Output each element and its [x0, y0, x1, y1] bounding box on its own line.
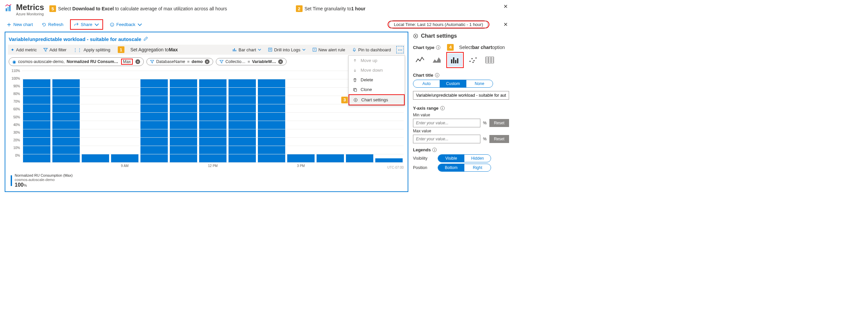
remove-metric-button[interactable]: ✕ [135, 59, 140, 64]
bar[interactable] [375, 158, 403, 163]
bar[interactable] [317, 154, 344, 162]
svg-rect-19 [455, 60, 456, 63]
info-icon[interactable]: i [440, 106, 445, 110]
hidden-option[interactable]: Hidden [464, 155, 491, 162]
panel-title: Chart settings [421, 33, 509, 39]
filter-icon [150, 60, 154, 64]
share-button[interactable]: Share [72, 21, 101, 28]
edit-title-button[interactable] [144, 36, 148, 42]
y-tick: 40% [13, 123, 20, 126]
y-tick: 80% [13, 92, 20, 96]
callout-text-2: Set Time granularity to 1 hour [305, 6, 366, 11]
bar[interactable] [346, 154, 373, 162]
svg-point-21 [469, 61, 471, 62]
svg-point-3 [111, 23, 114, 26]
callout-text-1: Set Aggregation to Max [130, 47, 178, 52]
time-range-pill[interactable]: Local Time: Last 12 hours (Automatic - 1… [389, 20, 488, 29]
type-line-button[interactable] [413, 53, 428, 67]
title-auto-option[interactable]: Auto [413, 80, 440, 87]
bar[interactable] [82, 154, 109, 162]
min-value-input[interactable] [413, 119, 480, 127]
x-tick: 9 AM [121, 164, 129, 168]
chart-type-dropdown[interactable]: Bar chart [231, 47, 262, 53]
bar[interactable] [111, 154, 138, 162]
type-area-button[interactable] [430, 53, 444, 67]
svg-point-4 [111, 24, 112, 24]
bar[interactable] [287, 154, 315, 162]
svg-rect-8 [236, 50, 236, 51]
svg-rect-26 [486, 57, 494, 63]
filter-database-pill[interactable]: DatabaseName = demo ✕ [147, 58, 213, 65]
chart-card: Variable/unpredictable workload - suitab… [5, 32, 408, 192]
chart-settings-panel: Chart settings Chart typei 4 Select bar … [413, 32, 509, 173]
info-icon[interactable]: i [436, 45, 440, 50]
add-metric-button[interactable]: ✦Add metric [9, 47, 38, 53]
settings-close-button[interactable]: ✕ [502, 20, 509, 29]
metrics-icon [5, 4, 13, 13]
new-alert-button[interactable]: New alert rule [311, 47, 347, 53]
y-tick: 20% [13, 138, 20, 142]
visibility-segmented[interactable]: Visible Hidden [438, 154, 491, 162]
y-tick: 30% [13, 130, 20, 134]
remove-filter2-button[interactable]: ✕ [278, 59, 283, 64]
pin-dashboard-button[interactable]: Pin to dashboard [350, 47, 392, 53]
more-actions-button[interactable]: ⋯ [396, 46, 404, 53]
menu-clone[interactable]: Clone [349, 85, 405, 94]
page-subtitle: Azure Monitoring [16, 12, 44, 16]
metric-pill[interactable]: ◉ cosmos-autoscale-demo, Normalized RU C… [9, 57, 144, 66]
x-tick: 12 PM [208, 164, 218, 168]
min-reset-button[interactable]: Reset [489, 119, 509, 127]
x-tick: 3 PM [297, 164, 305, 168]
callout-badge-2: 2 [296, 5, 303, 12]
apply-splitting-button[interactable]: ⋮⋮Apply splitting [72, 47, 112, 53]
title-mode-segmented[interactable]: Auto Custom None [413, 80, 493, 88]
position-segmented[interactable]: Bottom Right [438, 164, 491, 172]
bottom-option[interactable]: Bottom [438, 164, 464, 171]
menu-delete[interactable]: Delete [349, 75, 405, 85]
new-chart-button[interactable]: New chart [5, 21, 35, 28]
svg-rect-20 [457, 58, 458, 63]
type-bar-button[interactable] [448, 53, 462, 67]
y-tick: 10% [13, 146, 20, 149]
svg-point-23 [473, 60, 475, 61]
svg-point-22 [471, 58, 473, 59]
svg-rect-1 [8, 7, 9, 11]
info-icon[interactable]: i [435, 73, 439, 77]
feedback-button[interactable]: Feedback [108, 21, 144, 28]
title-custom-option[interactable]: Custom [440, 80, 466, 87]
y-tick: 100% [11, 77, 20, 80]
y-tick: 110% [11, 69, 20, 73]
add-filter-button[interactable]: Add filter [42, 47, 68, 53]
callout-badge-1: 1 [118, 46, 124, 53]
title-none-option[interactable]: None [466, 80, 493, 87]
max-value-input[interactable] [413, 135, 480, 143]
chart-title-input[interactable] [413, 91, 509, 100]
y-tick: 60% [13, 107, 20, 111]
legend-metric-name: Normalized RU Consumption (Max) [15, 173, 73, 178]
close-button[interactable]: ✕ [502, 2, 509, 11]
drill-logs-button[interactable]: Drill into Logs [267, 47, 307, 53]
svg-point-5 [113, 24, 113, 24]
legend-color-swatch [11, 175, 12, 186]
refresh-button[interactable]: Refresh [40, 21, 66, 28]
callout-badge-4: 4 [447, 44, 454, 51]
y-tick: 0% [16, 153, 20, 157]
svg-point-24 [475, 57, 477, 59]
menu-chart-settings[interactable]: 3 Chart settings [349, 94, 405, 105]
svg-point-25 [472, 62, 474, 63]
callout-text-5: Select Download to Excel to calculate av… [58, 6, 227, 11]
filter-icon [219, 60, 223, 64]
svg-point-16 [415, 35, 416, 37]
callout-badge-3: 3 [341, 97, 348, 103]
legend-value: 100 [15, 182, 24, 188]
remove-filter1-button[interactable]: ✕ [205, 59, 210, 64]
info-icon[interactable]: i [432, 148, 437, 152]
type-scatter-button[interactable] [466, 53, 480, 67]
visible-option[interactable]: Visible [438, 155, 464, 162]
svg-rect-7 [234, 48, 235, 51]
max-reset-button[interactable]: Reset [489, 135, 509, 143]
svg-rect-18 [453, 57, 454, 63]
type-grid-button[interactable] [483, 53, 497, 67]
filter-collection-pill[interactable]: Collectio… = VariableW… ✕ [216, 58, 286, 65]
right-option[interactable]: Right [464, 164, 491, 171]
